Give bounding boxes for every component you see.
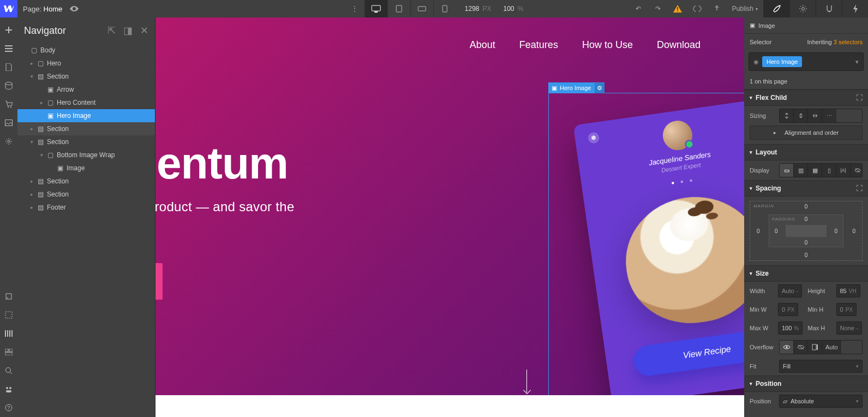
breakpoint-mobile[interactable]	[433, 0, 456, 17]
overflow-hidden[interactable]	[794, 341, 808, 354]
close-icon[interactable]: ✕	[140, 25, 148, 37]
maxh-input[interactable]: None-	[836, 321, 863, 335]
pages-icon[interactable]	[0, 58, 17, 76]
height-input[interactable]: 85VH	[836, 284, 860, 297]
expand-icon[interactable]: ⛶	[856, 94, 863, 102]
margin-top[interactable]: 0	[805, 204, 808, 210]
ecommerce-icon[interactable]	[0, 95, 17, 114]
breakpoint-desktop[interactable]	[364, 0, 387, 17]
display-inline[interactable]: |A|	[836, 164, 851, 177]
tree-section-3[interactable]: ▾▤Section	[17, 135, 155, 148]
tree-arrow[interactable]: ▣Arrow	[17, 83, 155, 96]
display-grid[interactable]: ▦	[808, 164, 822, 177]
xray-icon[interactable]	[0, 324, 17, 343]
expand-icon[interactable]: ⛶	[856, 184, 863, 192]
scroll-arrow-icon[interactable]	[526, 370, 527, 392]
display-inline-block[interactable]: ▯	[822, 164, 836, 177]
alignment-order-button[interactable]: ▸ Alignment and order	[750, 126, 863, 140]
tree-hero-image[interactable]: ▣Hero Image	[17, 109, 155, 122]
dock-icon[interactable]: ◨	[123, 25, 133, 37]
margin-bottom[interactable]: 0	[805, 252, 808, 258]
nav-about[interactable]: About	[470, 39, 495, 51]
position-select[interactable]: ▱Absolute ▾	[779, 395, 863, 408]
more-breakpoints-icon[interactable]: ⋮	[345, 5, 364, 13]
nav-how[interactable]: How to Use	[582, 39, 633, 51]
interactions-tab-icon[interactable]	[842, 0, 868, 17]
hero-cta-button[interactable]: p	[155, 263, 163, 300]
preview-icon[interactable]	[70, 6, 79, 11]
canvas-zoom[interactable]: 100	[504, 5, 514, 13]
instance-count[interactable]: 1 on this page	[744, 73, 868, 90]
display-block[interactable]: ▭	[780, 164, 794, 177]
width-input[interactable]: Auto-	[778, 284, 802, 297]
breakpoint-mobile-landscape[interactable]	[410, 0, 433, 17]
selection-settings-icon[interactable]: ⚙	[595, 83, 604, 93]
guides-icon[interactable]	[0, 306, 17, 324]
minh-input[interactable]: 0PX	[836, 303, 857, 316]
sizing-shrink[interactable]	[780, 109, 794, 122]
pin-icon[interactable]: ⇱	[107, 25, 116, 37]
publish-button[interactable]: Publish ▾	[727, 5, 763, 13]
nav-download[interactable]: Download	[657, 39, 701, 51]
margin-right[interactable]: 0	[852, 228, 855, 234]
padding-right[interactable]: 0	[834, 228, 837, 234]
audit-warning-icon[interactable]	[668, 0, 687, 17]
share-icon[interactable]	[707, 0, 727, 17]
tree-section-4[interactable]: ▸▤Section	[17, 175, 155, 188]
navigator-icon[interactable]	[0, 39, 17, 58]
inheriting-info[interactable]: Inheriting 3 selectors	[807, 39, 863, 45]
tree-image[interactable]: ▣Image	[17, 162, 155, 175]
search-icon[interactable]	[0, 361, 17, 380]
overflow-scroll[interactable]	[808, 341, 822, 354]
grid-icon[interactable]	[0, 343, 17, 361]
margin-left[interactable]: 0	[757, 228, 760, 234]
selector-input[interactable]: ◉ Hero Image ▾	[749, 52, 864, 71]
section-layout[interactable]: ▾Layout	[744, 144, 868, 160]
settings-tab-icon[interactable]	[789, 0, 816, 17]
undo-icon[interactable]: ↶	[628, 0, 648, 17]
page-selector[interactable]: Page: Home	[23, 5, 62, 13]
spacing-editor[interactable]: MARGIN 0 0 0 0 PADDING 0 0 0 0	[750, 201, 863, 261]
tree-section[interactable]: ▾▤Section	[17, 70, 155, 83]
tree-footer[interactable]: ▸▤Footer	[17, 201, 155, 214]
canvas-width[interactable]: 1298	[465, 5, 480, 13]
padding-bottom[interactable]: 0	[805, 240, 808, 246]
fit-select[interactable]: Fill▾	[779, 360, 863, 373]
padding-left[interactable]: 0	[775, 228, 778, 234]
code-export-icon[interactable]	[687, 0, 707, 17]
sizing-none[interactable]	[808, 109, 822, 122]
tree-section-5[interactable]: ▸▤Section	[17, 188, 155, 201]
section-flex-child[interactable]: ▾Flex Child⛶	[744, 90, 868, 106]
tree-section-2[interactable]: ▸▤Section	[17, 122, 155, 135]
section-position[interactable]: ▾Position	[744, 376, 868, 392]
breakpoint-tablet[interactable]	[387, 0, 410, 17]
section-size[interactable]: ▾Size	[744, 265, 868, 282]
tree-hero[interactable]: ▸▢Hero	[17, 57, 155, 70]
chevron-down-icon[interactable]: ▾	[855, 58, 859, 65]
sizing-grow[interactable]	[794, 109, 808, 122]
cms-icon[interactable]	[0, 76, 17, 95]
selector-state-icon[interactable]: ◉	[753, 58, 759, 65]
assets-icon[interactable]	[0, 114, 17, 132]
selection-label[interactable]: ▣ Hero Image ⚙	[548, 82, 604, 93]
settings-icon[interactable]	[0, 132, 17, 151]
style-manager-tab-icon[interactable]	[816, 0, 842, 17]
nav-features[interactable]: Features	[519, 39, 558, 51]
canvas[interactable]: About Features How to Use Download mentu…	[155, 17, 744, 417]
padding-top[interactable]: 0	[805, 216, 808, 222]
style-tab-icon[interactable]	[763, 0, 789, 17]
display-none[interactable]	[851, 164, 863, 177]
webflow-logo[interactable]	[0, 0, 17, 17]
video-icon[interactable]	[0, 380, 17, 398]
selector-tag[interactable]: Hero Image	[762, 56, 802, 67]
help-icon[interactable]: ?	[0, 398, 17, 417]
sizing-more[interactable]: ⋯	[822, 109, 836, 122]
section-spacing[interactable]: ▾Spacing⛶	[744, 180, 868, 196]
overflow-auto[interactable]: Auto	[822, 341, 841, 354]
minw-input[interactable]: 0PX	[778, 303, 798, 316]
overflow-visible[interactable]	[780, 341, 794, 354]
add-element-icon[interactable]	[0, 21, 17, 39]
tree-hero-content[interactable]: ▸▢Hero Content	[17, 96, 155, 109]
display-flex[interactable]: ▥	[794, 164, 808, 177]
tree-bottom-image-wrap[interactable]: ▾▢Bottom Image Wrap	[17, 148, 155, 162]
